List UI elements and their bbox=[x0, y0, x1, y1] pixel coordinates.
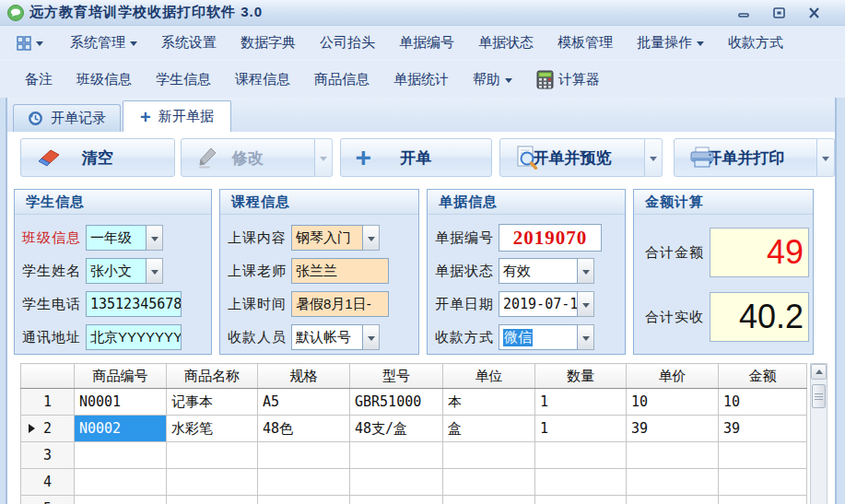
cell[interactable]: 记事本 bbox=[167, 389, 258, 416]
row-header[interactable]: 4 bbox=[21, 469, 75, 496]
menu-company-header[interactable]: 公司抬头 bbox=[308, 29, 387, 57]
cell[interactable] bbox=[719, 496, 807, 504]
cell[interactable] bbox=[350, 442, 443, 469]
create-button[interactable]: + 开单 bbox=[340, 138, 493, 177]
row-header-current[interactable]: 2 bbox=[21, 416, 75, 442]
cell[interactable]: 39 bbox=[627, 416, 719, 442]
cell[interactable] bbox=[350, 469, 443, 496]
table-vertical-scrollbar[interactable] bbox=[810, 363, 827, 504]
cell[interactable]: A5 bbox=[258, 389, 350, 416]
scroll-up-button[interactable] bbox=[811, 364, 827, 380]
cell[interactable] bbox=[350, 496, 443, 504]
cell[interactable]: 1 bbox=[535, 389, 627, 416]
col-header-qty[interactable]: 数量 bbox=[535, 364, 627, 389]
student-phone-input[interactable]: 13512345678 bbox=[86, 291, 182, 317]
cell[interactable]: 1 bbox=[535, 416, 627, 442]
corner-header[interactable] bbox=[21, 364, 75, 389]
row-header[interactable]: 5 bbox=[21, 496, 75, 504]
menu-data-dictionary[interactable]: 数据字典 bbox=[229, 29, 308, 57]
col-header-amount[interactable]: 金额 bbox=[719, 364, 807, 389]
col-header-model[interactable]: 型号 bbox=[350, 364, 443, 389]
modify-button[interactable]: 修改 bbox=[181, 138, 315, 177]
cell[interactable]: 盒 bbox=[443, 416, 535, 442]
create-preview-dropdown-button[interactable] bbox=[645, 138, 663, 177]
cell[interactable]: N0001 bbox=[75, 389, 167, 416]
menu-batch-operation[interactable]: 批量操作 bbox=[625, 29, 716, 57]
menu-receipt-stats[interactable]: 单据统计 bbox=[381, 65, 461, 94]
cell[interactable] bbox=[535, 496, 627, 504]
course-content-dropdown-button[interactable] bbox=[363, 225, 380, 251]
cell[interactable] bbox=[443, 442, 535, 469]
cell[interactable] bbox=[258, 496, 350, 504]
class-dropdown-button[interactable] bbox=[147, 225, 163, 251]
menu-remark[interactable]: 备注 bbox=[13, 65, 65, 94]
cell[interactable] bbox=[627, 496, 719, 504]
cell[interactable]: 10 bbox=[719, 389, 807, 416]
modify-dropdown-button[interactable] bbox=[315, 138, 333, 177]
row-header[interactable]: 3 bbox=[21, 442, 75, 469]
menu-product-info[interactable]: 商品信息 bbox=[302, 65, 381, 94]
payment-method-dropdown-button[interactable] bbox=[578, 324, 594, 350]
col-header-price[interactable]: 单价 bbox=[627, 364, 719, 389]
cell[interactable]: 本 bbox=[443, 389, 535, 416]
cell[interactable] bbox=[719, 469, 807, 496]
class-info-label[interactable]: 班级信息 bbox=[22, 229, 81, 247]
cell[interactable] bbox=[443, 469, 535, 496]
scrollbar-thumb[interactable] bbox=[812, 384, 826, 408]
maximize-button[interactable] bbox=[771, 6, 786, 19]
selected-cell[interactable]: N0002 bbox=[75, 416, 167, 442]
col-header-product-name[interactable]: 商品名称 bbox=[167, 364, 258, 389]
menu-student-info[interactable]: 学生信息 bbox=[144, 65, 223, 94]
menu-course-info[interactable]: 课程信息 bbox=[223, 65, 302, 94]
tab-new-receipt[interactable]: + 新开单据 bbox=[123, 100, 231, 132]
payee-input[interactable]: 默认帐号 bbox=[291, 324, 363, 350]
tab-order-records[interactable]: 开单记录 bbox=[13, 104, 121, 132]
cell[interactable]: GBR51000 bbox=[350, 389, 443, 416]
menu-receipt-number[interactable]: 单据编号 bbox=[387, 29, 466, 57]
receipt-status-dropdown-button[interactable] bbox=[578, 258, 594, 284]
student-name-input[interactable]: 张小文 bbox=[86, 258, 147, 284]
course-content-input[interactable]: 钢琴入门 bbox=[291, 225, 363, 251]
col-header-product-code[interactable]: 商品编号 bbox=[75, 364, 167, 389]
cell[interactable] bbox=[443, 496, 535, 504]
receipt-no-input[interactable]: 2019070 bbox=[499, 224, 602, 252]
payment-method-input[interactable]: 微信 bbox=[499, 324, 578, 350]
cell[interactable] bbox=[167, 496, 258, 504]
skin-theme-button[interactable] bbox=[9, 30, 51, 56]
cell[interactable] bbox=[627, 469, 719, 496]
cell[interactable] bbox=[627, 442, 719, 469]
cell[interactable] bbox=[167, 469, 258, 496]
minimize-button[interactable] bbox=[736, 6, 751, 19]
row-header[interactable]: 1 bbox=[21, 389, 75, 416]
cell[interactable] bbox=[75, 496, 167, 504]
cell[interactable] bbox=[75, 469, 167, 496]
menu-help[interactable]: 帮助 bbox=[461, 65, 524, 94]
course-time-input[interactable]: 暑假8月1日- bbox=[291, 291, 389, 317]
close-button[interactable] bbox=[806, 6, 821, 19]
cell[interactable] bbox=[75, 442, 167, 469]
menu-payment-method[interactable]: 收款方式 bbox=[716, 29, 795, 57]
cell[interactable] bbox=[258, 442, 350, 469]
create-print-button[interactable]: 开单并打印 bbox=[674, 138, 817, 177]
cell[interactable] bbox=[167, 442, 258, 469]
menu-calculator[interactable]: 计算器 bbox=[524, 64, 612, 95]
cell[interactable] bbox=[258, 469, 350, 496]
cell[interactable] bbox=[535, 469, 627, 496]
cell[interactable]: 48支/盒 bbox=[350, 416, 443, 442]
create-preview-button[interactable]: 开单并预览 bbox=[499, 138, 645, 177]
payee-dropdown-button[interactable] bbox=[363, 324, 380, 350]
cell[interactable]: 48色 bbox=[258, 416, 350, 442]
course-teacher-input[interactable]: 张兰兰 bbox=[291, 258, 389, 284]
student-address-input[interactable]: 北京YYYYYYY bbox=[86, 324, 182, 350]
col-header-spec[interactable]: 规格 bbox=[258, 364, 350, 389]
menu-class-info[interactable]: 班级信息 bbox=[65, 65, 144, 94]
cell[interactable] bbox=[535, 442, 627, 469]
col-header-unit[interactable]: 单位 bbox=[443, 364, 535, 389]
menu-system-settings[interactable]: 系统设置 bbox=[149, 29, 229, 57]
cell[interactable]: 10 bbox=[627, 389, 719, 416]
menu-template-manage[interactable]: 模板管理 bbox=[546, 29, 625, 57]
menu-system-manage[interactable]: 系统管理 bbox=[58, 29, 149, 57]
receipt-date-dropdown-button[interactable] bbox=[578, 291, 594, 317]
cell[interactable]: 水彩笔 bbox=[167, 416, 258, 442]
class-input[interactable]: 一年级 bbox=[86, 225, 147, 251]
